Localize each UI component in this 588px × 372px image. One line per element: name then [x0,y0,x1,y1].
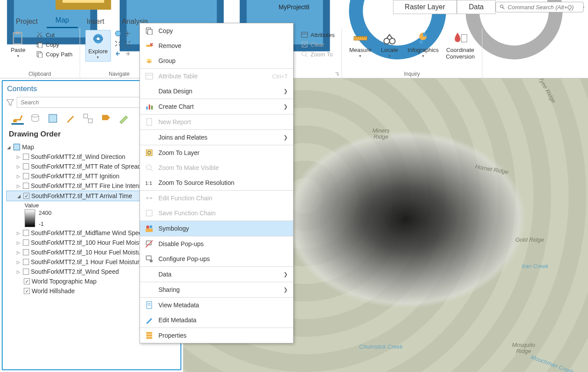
svg-point-46 [390,38,395,44]
layer-checkbox[interactable] [23,154,29,160]
ribbon-group-clipboard: Paste ▾ Cut Copy Copy Path Clipboard [0,28,80,78]
cm-joins-relates[interactable]: Joins and Relates❯ [140,130,293,145]
popup-off-icon [145,240,153,248]
layer-checkbox[interactable] [23,183,29,189]
list-by-drawing-order[interactable] [11,112,24,125]
layer-checkbox[interactable] [23,239,29,246]
cm-data[interactable]: Data❯ [140,267,293,282]
coord-conversion-button[interactable]: Coordinate Conversion [444,30,477,61]
svg-rect-31 [301,32,308,37]
layer-checkbox[interactable]: ✓ [24,288,30,294]
svg-point-70 [146,165,151,169]
layer-checkbox[interactable]: ✓ [24,278,30,284]
zoom-to-button[interactable]: Zoom To [299,49,337,59]
cm-sharing[interactable]: Sharing❯ [140,282,293,297]
list-by-editing[interactable] [64,112,77,125]
svg-point-78 [146,225,149,228]
cm-copy[interactable]: Copy [140,23,293,38]
ramp-swatch [25,210,35,227]
tab-raster-layer[interactable]: Raster Layer [393,0,457,14]
locate-button[interactable]: Locate▾ [377,30,402,59]
zoom-in-arrows-icon[interactable] [114,40,121,48]
layer-checkbox[interactable] [23,259,29,265]
copy-path-button[interactable]: Copy Path [34,49,74,59]
command-search-input[interactable] [508,4,580,11]
clear-button[interactable]: Clear [299,40,337,49]
tab-map[interactable]: Map [47,14,78,28]
pencil-icon [145,316,153,324]
cm-configure-popups[interactable]: Configure Pop-ups [140,251,293,266]
cm-group[interactable]: Group [140,53,293,68]
attributes-button[interactable]: Attributes [299,30,337,40]
cm-zoom-source[interactable]: 1:1Zoom To Source Resolution [140,175,293,190]
infographics-button[interactable]: Infographics▾ [406,30,441,59]
list-by-source[interactable] [29,112,41,125]
cm-symbology[interactable]: Symbology [140,221,293,236]
layer-checkbox[interactable] [23,173,29,179]
tab-data[interactable]: Data [457,0,496,14]
svg-rect-64 [146,107,147,110]
ribbon-group-inquiry: Measure▾ Locate▾ Infographics▾ Coordinat… [342,28,482,78]
map-label-iran: Iran Creek [522,263,548,269]
filter-icon[interactable] [6,99,14,107]
full-extent-icon[interactable] [114,30,121,38]
list-by-labeling[interactable] [99,112,112,125]
svg-text:1:1: 1:1 [145,180,152,186]
chevron-right-icon: ❯ [283,103,288,110]
zoom-out-arrows-icon[interactable] [124,40,131,48]
cm-properties[interactable]: Properties [140,328,293,343]
svg-rect-54 [88,119,92,123]
layer-checkbox[interactable] [23,249,29,255]
measure-button[interactable]: Measure▾ [347,30,373,59]
zoom-layer-icon [145,149,153,157]
cm-create-chart[interactable]: Create Chart❯ [140,99,293,114]
selection-launcher[interactable] [334,72,340,77]
svg-rect-77 [146,228,153,232]
svg-point-83 [150,259,153,262]
map-icon [13,144,20,151]
cm-edit-metadata[interactable]: Edit Metadata [140,313,293,328]
cm-zoom-to-layer[interactable]: Zoom To Layer [140,145,293,160]
tab-insert[interactable]: Insert [78,15,113,28]
svg-point-22 [129,33,130,34]
cm-view-metadata[interactable]: View Metadata [140,298,293,313]
list-by-snapping[interactable] [82,112,94,125]
svg-point-73 [146,197,148,199]
list-by-selection[interactable] [47,112,59,125]
contextual-tab-group: Raster Layer Data [393,0,496,14]
fn-chain-icon [145,194,153,202]
svg-point-19 [115,31,121,36]
list-by-perspective[interactable] [117,112,129,125]
paste-button[interactable]: Paste ▾ [5,30,31,59]
command-search[interactable] [496,2,584,12]
svg-point-21 [125,33,126,34]
explore-icon [91,32,106,47]
collapse-icon[interactable]: ◢ [6,145,11,150]
next-extent-icon[interactable] [124,50,131,59]
explore-button[interactable]: Explore ▾ [85,30,111,62]
metadata-icon [145,301,153,309]
cm-edit-fn-chain: Edit Function Chain [140,191,293,206]
layer-checkbox[interactable] [23,163,29,169]
cut-button[interactable]: Cut [34,30,74,40]
svg-point-51 [32,114,39,117]
svg-line-37 [306,55,308,57]
cm-disable-popups[interactable]: Disable Pop-ups [140,236,293,251]
tab-project[interactable]: Project [7,15,47,28]
properties-icon [145,331,153,339]
prev-extent-icon[interactable] [114,50,121,59]
copy-path-icon [36,51,43,58]
map-label-mosquito: Mosquito Ridge [512,342,535,354]
layer-checkbox[interactable] [23,269,29,275]
layer-checkbox[interactable]: ✓ [23,193,29,199]
svg-point-20 [127,33,129,34]
layer-checkbox[interactable] [23,230,29,236]
cm-remove[interactable]: Remove [140,38,293,53]
copy-button[interactable]: Copy [34,40,74,49]
cm-data-design[interactable]: Data Design❯ [140,84,293,99]
svg-rect-50 [13,120,17,122]
svg-point-74 [150,197,152,199]
svg-rect-15 [38,53,42,58]
fixed-zoom-in-icon[interactable] [124,30,131,38]
cm-new-report: New Report [140,114,293,129]
